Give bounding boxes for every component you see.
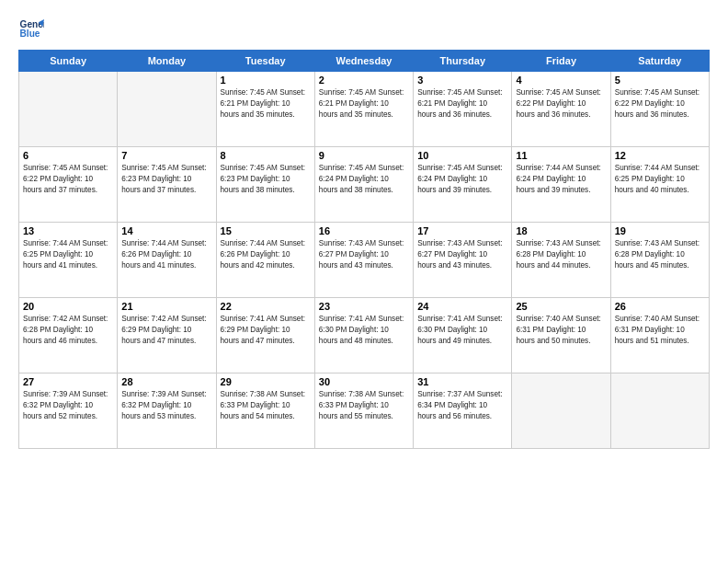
day-info: Sunrise: 7:38 AM Sunset: 6:33 PM Dayligh… (221, 389, 311, 422)
calendar-day-cell: 26Sunrise: 7:40 AM Sunset: 6:31 PM Dayli… (610, 298, 709, 373)
day-number: 14 (121, 225, 211, 236)
calendar-day-cell: 19Sunrise: 7:43 AM Sunset: 6:28 PM Dayli… (610, 223, 709, 298)
calendar-day-cell: 16Sunrise: 7:43 AM Sunset: 6:27 PM Dayli… (314, 223, 413, 298)
calendar-day-cell: 9Sunrise: 7:45 AM Sunset: 6:24 PM Daylig… (314, 147, 413, 223)
day-number: 1 (221, 75, 311, 86)
day-number: 8 (221, 150, 311, 161)
day-info: Sunrise: 7:39 AM Sunset: 6:32 PM Dayligh… (121, 389, 211, 422)
calendar-day-cell: 31Sunrise: 7:37 AM Sunset: 6:34 PM Dayli… (414, 373, 512, 449)
day-info: Sunrise: 7:43 AM Sunset: 6:27 PM Dayligh… (417, 238, 507, 271)
calendar-week-row: 13Sunrise: 7:44 AM Sunset: 6:25 PM Dayli… (19, 223, 710, 298)
day-number: 2 (319, 75, 409, 86)
calendar-day-cell (512, 373, 610, 449)
calendar-day-cell: 20Sunrise: 7:42 AM Sunset: 6:28 PM Dayli… (19, 298, 118, 373)
calendar-day-cell: 13Sunrise: 7:44 AM Sunset: 6:25 PM Dayli… (19, 223, 118, 298)
calendar-day-cell: 5Sunrise: 7:45 AM Sunset: 6:22 PM Daylig… (610, 72, 709, 147)
day-number: 19 (615, 225, 705, 236)
day-info: Sunrise: 7:44 AM Sunset: 6:24 PM Dayligh… (516, 163, 606, 196)
calendar-table: SundayMondayTuesdayWednesdayThursdayFrid… (18, 50, 710, 449)
calendar-day-cell: 24Sunrise: 7:41 AM Sunset: 6:30 PM Dayli… (414, 298, 512, 373)
day-number: 27 (23, 376, 113, 387)
weekday-header-row: SundayMondayTuesdayWednesdayThursdayFrid… (19, 51, 710, 72)
calendar-day-cell: 29Sunrise: 7:38 AM Sunset: 6:33 PM Dayli… (216, 373, 314, 449)
calendar-day-cell: 30Sunrise: 7:38 AM Sunset: 6:33 PM Dayli… (314, 373, 413, 449)
day-info: Sunrise: 7:43 AM Sunset: 6:28 PM Dayligh… (615, 238, 705, 271)
day-number: 17 (417, 225, 507, 236)
day-number: 21 (121, 301, 211, 312)
svg-text:Blue: Blue (20, 29, 40, 39)
calendar-day-cell (19, 72, 118, 147)
day-number: 16 (319, 225, 409, 236)
day-number: 6 (23, 150, 113, 161)
weekday-header-saturday: Saturday (610, 51, 709, 72)
calendar-day-cell: 8Sunrise: 7:45 AM Sunset: 6:23 PM Daylig… (216, 147, 314, 223)
day-info: Sunrise: 7:45 AM Sunset: 6:24 PM Dayligh… (417, 163, 507, 196)
day-info: Sunrise: 7:41 AM Sunset: 6:30 PM Dayligh… (417, 314, 507, 347)
day-info: Sunrise: 7:38 AM Sunset: 6:33 PM Dayligh… (319, 389, 409, 422)
day-info: Sunrise: 7:40 AM Sunset: 6:31 PM Dayligh… (615, 314, 705, 347)
logo: General Blue (18, 17, 44, 42)
day-info: Sunrise: 7:42 AM Sunset: 6:29 PM Dayligh… (121, 314, 211, 347)
day-info: Sunrise: 7:43 AM Sunset: 6:28 PM Dayligh… (516, 238, 606, 271)
weekday-header-monday: Monday (118, 51, 216, 72)
calendar-day-cell: 28Sunrise: 7:39 AM Sunset: 6:32 PM Dayli… (118, 373, 216, 449)
day-number: 12 (615, 150, 705, 161)
day-info: Sunrise: 7:45 AM Sunset: 6:21 PM Dayligh… (319, 87, 409, 121)
calendar-day-cell: 3Sunrise: 7:45 AM Sunset: 6:21 PM Daylig… (414, 72, 512, 147)
calendar-day-cell: 14Sunrise: 7:44 AM Sunset: 6:26 PM Dayli… (118, 223, 216, 298)
weekday-header-sunday: Sunday (19, 51, 118, 72)
day-info: Sunrise: 7:43 AM Sunset: 6:27 PM Dayligh… (319, 238, 409, 271)
day-number: 22 (221, 301, 311, 312)
day-number: 15 (221, 225, 311, 236)
calendar-day-cell: 25Sunrise: 7:40 AM Sunset: 6:31 PM Dayli… (512, 298, 610, 373)
day-info: Sunrise: 7:37 AM Sunset: 6:34 PM Dayligh… (417, 389, 507, 422)
calendar-week-row: 6Sunrise: 7:45 AM Sunset: 6:22 PM Daylig… (19, 147, 710, 223)
logo-icon: General Blue (18, 17, 44, 42)
day-number: 13 (23, 225, 113, 236)
day-number: 11 (516, 150, 606, 161)
day-info: Sunrise: 7:44 AM Sunset: 6:25 PM Dayligh… (615, 163, 705, 196)
day-number: 30 (319, 376, 409, 387)
day-info: Sunrise: 7:45 AM Sunset: 6:22 PM Dayligh… (615, 87, 705, 121)
day-info: Sunrise: 7:44 AM Sunset: 6:26 PM Dayligh… (221, 238, 311, 271)
day-number: 5 (615, 75, 705, 86)
day-number: 29 (221, 376, 311, 387)
day-number: 10 (417, 150, 507, 161)
day-number: 18 (516, 225, 606, 236)
day-info: Sunrise: 7:39 AM Sunset: 6:32 PM Dayligh… (23, 389, 113, 422)
calendar-day-cell: 10Sunrise: 7:45 AM Sunset: 6:24 PM Dayli… (414, 147, 512, 223)
weekday-header-tuesday: Tuesday (216, 51, 314, 72)
day-number: 3 (417, 75, 507, 86)
calendar-day-cell: 12Sunrise: 7:44 AM Sunset: 6:25 PM Dayli… (610, 147, 709, 223)
day-info: Sunrise: 7:45 AM Sunset: 6:21 PM Dayligh… (221, 87, 311, 121)
calendar-day-cell (610, 373, 709, 449)
calendar-day-cell: 27Sunrise: 7:39 AM Sunset: 6:32 PM Dayli… (19, 373, 118, 449)
day-info: Sunrise: 7:42 AM Sunset: 6:28 PM Dayligh… (23, 314, 113, 347)
day-number: 9 (319, 150, 409, 161)
day-number: 23 (319, 301, 409, 312)
weekday-header-thursday: Thursday (414, 51, 512, 72)
calendar-day-cell: 1Sunrise: 7:45 AM Sunset: 6:21 PM Daylig… (216, 72, 314, 147)
calendar-day-cell: 22Sunrise: 7:41 AM Sunset: 6:29 PM Dayli… (216, 298, 314, 373)
calendar-day-cell: 21Sunrise: 7:42 AM Sunset: 6:29 PM Dayli… (118, 298, 216, 373)
day-info: Sunrise: 7:45 AM Sunset: 6:22 PM Dayligh… (516, 87, 606, 121)
day-info: Sunrise: 7:45 AM Sunset: 6:21 PM Dayligh… (417, 87, 507, 121)
calendar-day-cell: 4Sunrise: 7:45 AM Sunset: 6:22 PM Daylig… (512, 72, 610, 147)
day-number: 4 (516, 75, 606, 86)
calendar-day-cell: 11Sunrise: 7:44 AM Sunset: 6:24 PM Dayli… (512, 147, 610, 223)
weekday-header-wednesday: Wednesday (314, 51, 413, 72)
day-info: Sunrise: 7:44 AM Sunset: 6:25 PM Dayligh… (23, 238, 113, 271)
calendar-day-cell (118, 72, 216, 147)
calendar-week-row: 20Sunrise: 7:42 AM Sunset: 6:28 PM Dayli… (19, 298, 710, 373)
day-number: 25 (516, 301, 606, 312)
calendar-week-row: 27Sunrise: 7:39 AM Sunset: 6:32 PM Dayli… (19, 373, 710, 449)
day-number: 31 (417, 376, 507, 387)
day-info: Sunrise: 7:45 AM Sunset: 6:22 PM Dayligh… (23, 163, 113, 196)
day-info: Sunrise: 7:45 AM Sunset: 6:23 PM Dayligh… (121, 163, 211, 196)
day-number: 26 (615, 301, 705, 312)
calendar-day-cell: 23Sunrise: 7:41 AM Sunset: 6:30 PM Dayli… (314, 298, 413, 373)
day-info: Sunrise: 7:44 AM Sunset: 6:26 PM Dayligh… (121, 238, 211, 271)
day-info: Sunrise: 7:45 AM Sunset: 6:24 PM Dayligh… (319, 163, 409, 196)
calendar-day-cell: 15Sunrise: 7:44 AM Sunset: 6:26 PM Dayli… (216, 223, 314, 298)
calendar-day-cell: 7Sunrise: 7:45 AM Sunset: 6:23 PM Daylig… (118, 147, 216, 223)
